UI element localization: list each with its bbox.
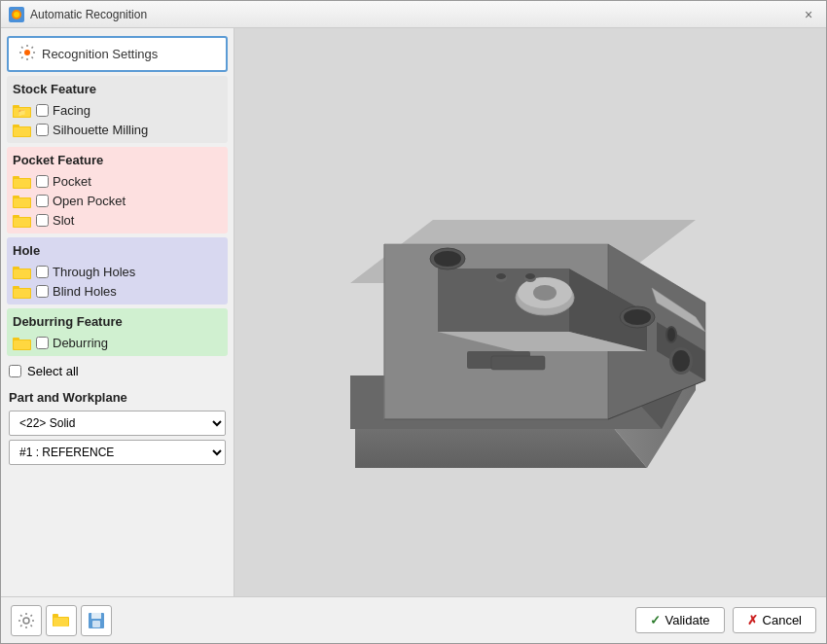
- svg-rect-68: [54, 618, 68, 626]
- window-title: Automatic Recognition: [30, 8, 147, 21]
- svg-point-58: [525, 273, 535, 279]
- stock-feature-title: Stock Feature: [13, 82, 222, 96]
- facing-checkbox[interactable]: [36, 104, 49, 117]
- recognition-settings-button[interactable]: Recognition Settings: [7, 36, 228, 72]
- cancel-icon: ✗: [747, 613, 758, 627]
- validate-label: Validate: [665, 613, 710, 627]
- app-icon: [9, 7, 24, 22]
- select-all-checkbox[interactable]: [9, 365, 21, 377]
- blind-holes-checkbox[interactable]: [36, 285, 49, 298]
- silhouette-milling-label: Silhouette Milling: [53, 123, 148, 137]
- svg-point-2: [24, 50, 30, 55]
- slot-checkbox[interactable]: [36, 214, 49, 227]
- hole-title: Hole: [13, 243, 222, 258]
- pocket-feature-group: Pocket Feature Pocket Open Pocket: [7, 147, 228, 233]
- open-pocket-item: Open Pocket: [13, 191, 222, 210]
- open-pocket-folder-icon: [13, 193, 32, 208]
- toolbar-right: ✓ Validate ✗ Cancel: [635, 607, 816, 633]
- svg-rect-16: [14, 198, 30, 207]
- deburring-feature-group: Deburring Feature Deburring: [7, 308, 228, 356]
- svg-point-56: [496, 273, 506, 279]
- svg-text:📁: 📁: [18, 108, 26, 117]
- reference-dropdown[interactable]: #1 : REFERENCE: [9, 440, 226, 465]
- open-pocket-label: Open Pocket: [53, 194, 126, 208]
- silhouette-milling-checkbox[interactable]: [36, 124, 49, 136]
- hole-feature-group: Hole Through Holes Blind Holes: [7, 237, 228, 304]
- svg-rect-19: [14, 218, 30, 227]
- facing-folder-icon: 📁: [13, 102, 32, 118]
- settings-icon: [18, 612, 35, 629]
- svg-rect-10: [14, 127, 30, 136]
- save-toolbar-button[interactable]: [81, 605, 112, 636]
- main-content: Recognition Settings Stock Feature 📁 Fac…: [1, 28, 826, 596]
- solid-dropdown-row: <22> Solid: [9, 411, 226, 436]
- blind-holes-label: Blind Holes: [53, 284, 117, 299]
- deburring-checkbox[interactable]: [36, 337, 49, 349]
- svg-rect-71: [92, 621, 100, 627]
- close-button[interactable]: ×: [799, 5, 818, 24]
- pocket-checkbox[interactable]: [36, 175, 49, 188]
- titlebar-left: Automatic Recognition: [9, 7, 147, 22]
- through-holes-item: Through Holes: [13, 262, 222, 281]
- pocket-feature-title: Pocket Feature: [13, 153, 222, 167]
- svg-rect-13: [14, 179, 30, 188]
- select-all-label: Select all: [27, 364, 79, 378]
- validate-icon: ✓: [650, 613, 661, 627]
- titlebar: Automatic Recognition ×: [1, 1, 826, 28]
- bottom-toolbar: ✓ Validate ✗ Cancel: [1, 596, 826, 643]
- slot-item: Slot: [13, 210, 222, 230]
- validate-button[interactable]: ✓ Validate: [635, 607, 725, 633]
- deburring-item: Deburring: [13, 333, 222, 352]
- stock-feature-group: Stock Feature 📁 Facing Silhouette Millin…: [7, 76, 228, 143]
- deburring-title: Deburring Feature: [13, 314, 222, 329]
- through-holes-checkbox[interactable]: [36, 266, 49, 278]
- facing-item: 📁 Facing: [13, 100, 222, 120]
- save-icon: [88, 612, 105, 629]
- silhouette-folder-icon: [13, 122, 32, 137]
- deburring-folder-icon: [13, 335, 32, 350]
- slot-label: Slot: [53, 213, 74, 228]
- open-icon: [53, 613, 70, 627]
- svg-rect-61: [491, 356, 545, 370]
- pocket-label: Pocket: [53, 174, 91, 189]
- pocket-folder-icon: [13, 173, 32, 189]
- svg-point-49: [624, 309, 651, 325]
- svg-point-53: [667, 328, 675, 341]
- silhouette-milling-item: Silhouette Milling: [13, 120, 222, 139]
- part-workplane-section: Part and Workplane <22> Solid #1 : REFER…: [7, 386, 228, 473]
- part-workplane-title: Part and Workplane: [9, 390, 226, 405]
- recognition-settings-label: Recognition Settings: [42, 47, 158, 61]
- solid-dropdown[interactable]: <22> Solid: [9, 411, 226, 436]
- blind-holes-item: Blind Holes: [13, 281, 222, 301]
- svg-point-65: [23, 618, 29, 624]
- cancel-label: Cancel: [763, 613, 802, 627]
- 3d-model-view: [234, 28, 826, 596]
- open-toolbar-button[interactable]: [46, 605, 77, 636]
- select-all-section: Select all: [7, 360, 228, 382]
- svg-rect-70: [91, 613, 101, 619]
- part-3d-svg: [277, 89, 783, 536]
- cancel-button[interactable]: ✗ Cancel: [733, 607, 816, 633]
- facing-label: Facing: [53, 103, 90, 118]
- svg-point-45: [533, 285, 557, 301]
- pocket-item: Pocket: [13, 171, 222, 191]
- viewport-3d: [234, 28, 826, 596]
- through-holes-label: Through Holes: [53, 265, 135, 279]
- settings-toolbar-button[interactable]: [11, 605, 42, 636]
- slot-folder-icon: [13, 212, 32, 228]
- svg-point-60: [672, 350, 690, 372]
- deburring-label: Deburring: [53, 336, 108, 350]
- svg-point-47: [434, 251, 461, 267]
- reference-dropdown-row: #1 : REFERENCE: [9, 440, 226, 465]
- svg-rect-28: [14, 340, 30, 349]
- blind-holes-folder-icon: [13, 283, 32, 299]
- svg-rect-22: [14, 269, 30, 278]
- svg-point-1: [14, 12, 19, 18]
- open-pocket-checkbox[interactable]: [36, 195, 49, 207]
- settings-icon: [18, 44, 36, 64]
- toolbar-left: [11, 605, 112, 636]
- left-panel: Recognition Settings Stock Feature 📁 Fac…: [1, 28, 234, 596]
- through-holes-folder-icon: [13, 264, 32, 279]
- main-window: Automatic Recognition × Recognition Sett…: [0, 0, 827, 644]
- svg-rect-25: [14, 289, 30, 298]
